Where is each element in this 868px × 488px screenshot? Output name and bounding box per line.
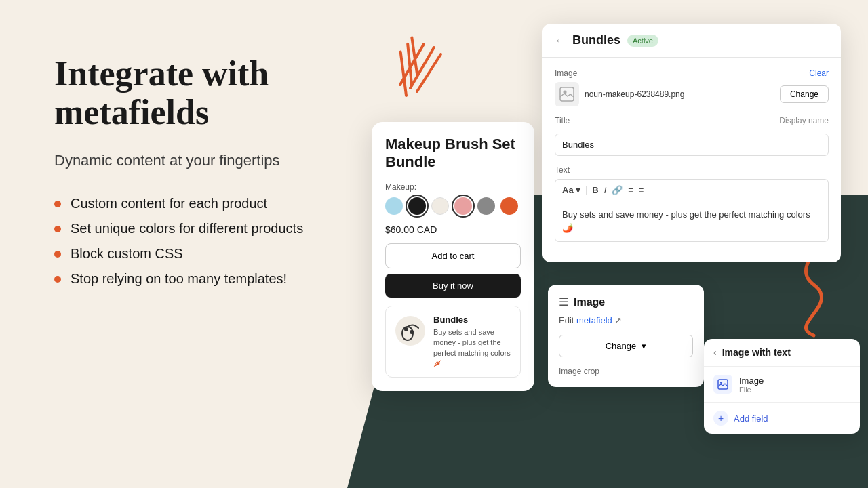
svg-point-6 [410,330,414,334]
change-image-button[interactable]: Change [780,85,829,103]
admin-panel-title: Bundles [572,33,620,47]
bullet-dot [54,226,61,232]
squiggle-top-icon [380,34,448,102]
bullet-text: Set unique colors for different products [71,221,303,237]
bullet-dot [54,251,61,258]
list-item: Custom content for each product [54,196,380,211]
title-input[interactable] [555,134,829,156]
change-label: Change [606,341,637,351]
metafield-panel: ☰ Image Edit metafield ↗ Change ▾ Image … [548,285,704,387]
admin-panel: ← Bundles Active Image Clear [542,24,841,262]
bundle-section: Bundles Buy sets and save money - plus g… [385,306,521,378]
title-field: Title Display name [555,116,829,156]
swatch-pink[interactable] [454,197,472,215]
bundle-emoji: 🌶 [433,359,441,367]
list-item: Stop relying on too many templates! [54,271,380,287]
product-card: Makeup Brush Set Bundle Makeup: $60.00 C… [372,122,534,391]
change-metafield-button[interactable]: Change ▾ [559,335,693,357]
list-item: Set unique colors for different products [54,221,380,237]
external-link-icon: ↗ [614,315,622,325]
status-badge: Active [627,35,658,47]
display-name-label: Display name [779,116,829,125]
add-field-button[interactable]: + Add field [704,403,860,434]
image-thumbnail [555,82,579,106]
back-arrow-icon[interactable]: ← [555,35,566,47]
product-price: $60.00 CAD [385,224,521,235]
iwt-header: ‹ Image with text [704,339,860,367]
svg-point-5 [404,327,408,331]
svg-point-10 [720,382,722,384]
iwt-body: Image File + Add field [704,367,860,434]
toolbar-separator [586,186,587,195]
iwt-image-item[interactable]: Image File [704,367,860,403]
title-row: Title Display name [555,116,829,125]
swatch-blue[interactable] [385,197,403,215]
feature-list: Custom content for each product Set uniq… [54,196,380,287]
admin-header: ← Bundles Active [542,24,841,58]
product-title: Makeup Brush Set Bundle [385,136,521,171]
metafield-title: Image [574,296,605,308]
image-field-label: Image Clear [555,68,829,78]
swatch-black[interactable] [408,197,426,215]
metafield-link[interactable]: metafield [576,315,612,325]
image-crop-label: Image crop [559,367,693,376]
bundle-info: Bundles Buy sets and save money - plus g… [433,314,512,369]
image-with-text-panel: ‹ Image with text Image File + Add field [704,339,860,434]
list-item: Block custom CSS [54,246,380,262]
metafield-header: ☰ Image [559,296,693,308]
iwt-item-sub: File [739,386,764,394]
bullet-text: Custom content for each product [71,196,267,211]
iwt-item-info: Image File [739,375,764,394]
text-content: Buy sets and save money - plus get the p… [555,201,829,242]
swatch-orange[interactable] [500,197,518,215]
chevron-down-icon: ▾ [642,341,646,351]
text-field: Text Aa ▾ B I 🔗 ≡ ≡ Buy sets and save mo… [555,165,829,242]
italic-button[interactable]: I [604,185,607,195]
font-size-button[interactable]: Aa ▾ [562,185,580,195]
metafield-link-row: Edit metafield ↗ [559,315,693,325]
image-row: noun-makeup-6238489.png Change [555,82,829,106]
bold-button[interactable]: B [592,185,598,195]
bundle-icon [394,314,427,347]
iwt-title: Image with text [722,347,791,358]
title-field-label: Title [555,116,570,125]
link-button[interactable]: 🔗 [612,185,623,195]
add-field-icon: + [713,411,728,426]
hero-title: Integrate with metafields [54,54,380,131]
buy-now-button[interactable]: Buy it now [385,274,521,298]
text-toolbar: Aa ▾ B I 🔗 ≡ ≡ [555,179,829,201]
bullet-dot [54,201,61,207]
makeup-label: Makeup: [385,182,521,192]
add-to-cart-button[interactable]: Add to cart [385,243,521,268]
add-field-label: Add field [734,413,768,424]
bundle-title: Bundles [433,314,512,325]
bundle-desc: Buy sets and save money - plus get the p… [433,327,512,369]
back-icon[interactable]: ‹ [713,347,717,358]
list-button[interactable]: ≡ [628,185,633,195]
bullet-text: Block custom CSS [71,246,183,262]
bullet-text: Stop relying on too many templates! [71,271,287,287]
hero-section: Integrate with metafields Dynamic conten… [54,54,380,287]
iwt-item-name: Image [739,375,764,386]
swatch-gray[interactable] [477,197,495,215]
iwt-image-icon [713,375,732,394]
text-field-label: Text [555,165,829,175]
svg-rect-9 [718,380,728,389]
hero-subtitle: Dynamic content at your fingertips [54,150,380,171]
swatch-white[interactable] [431,197,449,215]
admin-body: Image Clear noun-makeup-6238489.png Chan… [542,58,841,262]
bullet-dot [54,276,61,283]
metafield-icon: ☰ [559,296,568,308]
svg-rect-7 [560,87,574,101]
ordered-list-button[interactable]: ≡ [639,185,644,195]
clear-button[interactable]: Clear [809,68,829,78]
image-field: Image Clear noun-makeup-6238489.png Chan… [555,68,829,106]
image-filename: noun-makeup-6238489.png [585,89,684,99]
image-info: noun-makeup-6238489.png [555,82,684,106]
color-swatches [385,197,521,215]
